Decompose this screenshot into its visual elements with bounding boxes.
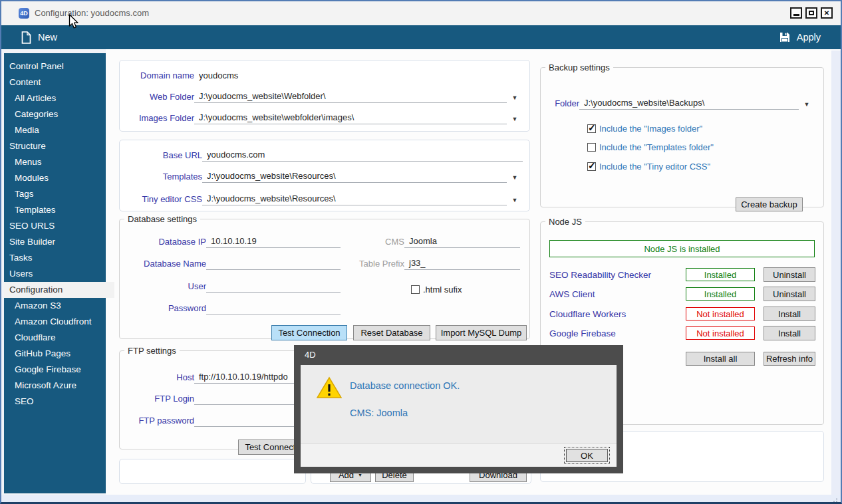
backup-tinycss-row: Include the "Tiny editor CSS" — [587, 161, 710, 172]
backup-settings-legend: Backup settings — [545, 63, 613, 72]
sidebar-item-seo[interactable]: SEO — [4, 394, 106, 410]
apply-button[interactable]: Apply — [779, 25, 821, 49]
sidebar-item-content[interactable]: Content — [4, 74, 106, 90]
status-bar — [1, 495, 841, 503]
new-document-icon — [21, 31, 31, 44]
backup-folder-input[interactable]: J:\youdocms_website\Backups\ — [579, 98, 799, 110]
domain-name-label: Domain name — [128, 70, 194, 82]
sidebar-item-tasks[interactable]: Tasks — [4, 250, 106, 266]
base-url-input[interactable]: youdocms.com — [202, 150, 523, 162]
seo-readability-uninstall-button[interactable]: Uninstall — [764, 267, 815, 282]
sidebar-item-users[interactable]: Users — [4, 266, 106, 282]
reset-database-button[interactable]: Reset Database — [353, 325, 430, 340]
database-password-row: Password — [128, 300, 341, 315]
table-prefix-label: Table Prefix — [346, 259, 404, 270]
ok-button[interactable]: OK — [566, 449, 608, 462]
chevron-down-icon[interactable]: ▼ — [507, 174, 523, 183]
close-button[interactable]: ✕ — [821, 7, 833, 19]
database-ip-input[interactable]: 10.10.10.19 — [206, 236, 341, 248]
google-firebase-install-button[interactable]: Install — [764, 326, 815, 340]
sidebar-item-structure[interactable]: Structure — [4, 138, 106, 154]
database-user-label: User — [128, 281, 206, 293]
html-sufix-label: .html sufix — [423, 285, 462, 295]
chevron-down-icon[interactable]: ▼ — [507, 116, 523, 124]
sidebar-item-categories[interactable]: Categories — [4, 106, 106, 122]
images-folder-input[interactable]: J:\youdocms_website\webfolder\images\ — [194, 112, 507, 124]
chevron-down-icon[interactable]: ▼ — [507, 94, 523, 103]
sidebar-item-all-articles[interactable]: All Articles — [4, 90, 106, 106]
app-window: 4D Configuration: youdocms.com ✕ New App… — [0, 0, 842, 504]
sidebar-item-microsoft-azure[interactable]: Microsoft Azure — [4, 378, 106, 394]
images-folder-label: Images Folder — [128, 113, 194, 124]
tiny-css-input[interactable]: J:\youdocms_website\Resources\ — [202, 193, 507, 205]
minimize-button[interactable] — [790, 7, 802, 19]
include-tinycss-checkbox[interactable] — [587, 162, 596, 171]
maximize-button[interactable] — [805, 7, 817, 19]
html-sufix-checkbox[interactable] — [411, 285, 420, 294]
bottom-left-panel — [119, 459, 306, 484]
cloudflare-workers-label: Cloudflare Workers — [549, 309, 626, 319]
sidebar-item-configuration[interactable]: Configuration — [4, 282, 114, 298]
tiny-css-row: Tiny editor CSS J:\youdocms_website\Reso… — [128, 191, 523, 205]
resize-grip[interactable] — [831, 496, 838, 504]
sidebar-item-seo-urls[interactable]: SEO URLS — [4, 218, 106, 234]
ftp-settings-legend: FTP settings — [124, 346, 180, 356]
aws-client-uninstall-button[interactable]: Uninstall — [764, 287, 815, 301]
create-backup-button[interactable]: Create backup — [736, 197, 803, 211]
aws-client-label: AWS Client — [549, 289, 595, 299]
google-firebase-label: Google Firebase — [549, 328, 616, 338]
sidebar-item-control-panel[interactable]: Control Panel — [4, 59, 106, 74]
sidebar-item-tags[interactable]: Tags — [4, 186, 106, 202]
nodejs-legend: Node JS — [545, 217, 585, 227]
sidebar-item-amazon-cloudfront[interactable]: Amazon Cloudfront — [4, 314, 106, 330]
dialog-body: Database connection OK. CMS: Joomla OK — [301, 365, 617, 467]
refresh-info-button[interactable]: Refresh info — [764, 352, 815, 366]
sidebar-item-menus[interactable]: Menus — [4, 154, 106, 170]
chevron-down-icon[interactable]: ▼ — [799, 101, 815, 110]
chevron-down-icon[interactable]: ▼ — [507, 197, 523, 205]
include-tinycss-label: Include the "Tiny editor CSS" — [599, 162, 710, 172]
database-user-input[interactable] — [206, 291, 341, 293]
dialog-footer: OK — [301, 443, 617, 467]
cms-row: CMS Joomla — [346, 233, 520, 248]
domain-panel: Domain name youdocms Web Folder J:\youdo… — [119, 60, 530, 132]
domain-name-input[interactable]: youdocms — [194, 70, 523, 82]
dialog-title: 4D — [305, 350, 316, 360]
database-settings-legend: Database settings — [124, 214, 200, 224]
cloudflare-workers-install-button[interactable]: Install — [764, 307, 815, 321]
sidebar-item-amazon-s3[interactable]: Amazon S3 — [4, 298, 106, 314]
database-password-input[interactable] — [206, 313, 341, 315]
toolbar: New Apply — [1, 25, 841, 49]
sidebar-item-templates[interactable]: Templates — [4, 202, 106, 218]
html-sufix-row: .html sufix — [411, 284, 462, 295]
sidebar-item-github-pages[interactable]: GitHub Pages — [4, 346, 106, 362]
import-mysql-dump-button[interactable]: Import MySQL Dump — [436, 325, 527, 340]
backup-templates-row: Include the "Templates folder" — [587, 142, 714, 152]
include-templates-checkbox[interactable] — [587, 143, 596, 152]
sidebar-item-media[interactable]: Media — [4, 122, 106, 138]
ftp-host-label: Host — [128, 372, 194, 384]
web-folder-label: Web Folder — [128, 92, 194, 103]
include-images-label: Include the "Images folder" — [599, 124, 702, 134]
web-folder-input[interactable]: J:\youdocms_website\Webfolder\ — [194, 91, 507, 103]
sidebar-item-modules[interactable]: Modules — [4, 170, 106, 186]
sidebar-item-google-firebase[interactable]: Google Firebase — [4, 362, 106, 378]
install-all-button[interactable]: Install all — [686, 352, 755, 366]
sidebar-item-site-builder[interactable]: Site Builder — [4, 234, 106, 250]
aws-client-status: Installed — [686, 287, 755, 301]
sidebar-nav: Control Panel Content All Articles Categ… — [4, 53, 106, 493]
sidebar-item-cloudflare[interactable]: Cloudflare — [4, 330, 106, 346]
database-name-input[interactable] — [206, 268, 341, 270]
templates-input[interactable]: J:\youdocms_website\Resources\ — [202, 171, 507, 183]
base-url-row: Base URL youdocms.com — [128, 147, 523, 162]
domain-name-row: Domain name youdocms — [128, 67, 523, 82]
new-button[interactable]: New — [21, 25, 57, 49]
include-images-checkbox[interactable] — [587, 124, 596, 133]
ftp-login-label: FTP Login — [128, 394, 194, 405]
table-prefix-input[interactable]: j33_ — [404, 258, 520, 270]
images-folder-row: Images Folder J:\youdocms_website\webfol… — [128, 110, 523, 124]
seo-readability-label: SEO Readability Checker — [549, 270, 651, 280]
nodejs-status-banner: Node JS is installed — [549, 240, 815, 257]
cms-input[interactable]: Joomla — [404, 236, 520, 248]
db-test-connection-button[interactable]: Test Connection — [271, 325, 347, 340]
